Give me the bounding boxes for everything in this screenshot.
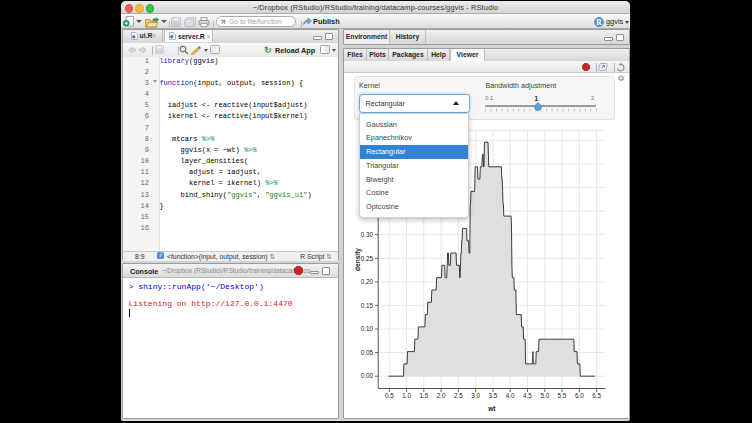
svg-text:1.0: 1.0	[402, 392, 411, 399]
svg-text:0.5: 0.5	[385, 392, 394, 399]
svg-text:0.05: 0.05	[361, 348, 374, 355]
svg-text:5.0: 5.0	[540, 392, 549, 399]
svg-text:0.20: 0.20	[361, 278, 374, 285]
svg-text:3.5: 3.5	[489, 392, 498, 399]
svg-text:4.0: 4.0	[506, 392, 515, 399]
svg-text:R: R	[596, 17, 602, 26]
svg-text:0.00: 0.00	[361, 372, 374, 379]
svg-text:2.5: 2.5	[454, 392, 463, 399]
svg-text:0.30: 0.30	[361, 230, 374, 237]
svg-text:3.0: 3.0	[471, 392, 480, 399]
svg-text:4.5: 4.5	[523, 392, 532, 399]
svg-text:6.5: 6.5	[592, 392, 601, 399]
svg-text:density: density	[354, 247, 362, 270]
svg-text:5.5: 5.5	[558, 392, 567, 399]
svg-text:wt: wt	[487, 404, 496, 411]
svg-text:0.10: 0.10	[361, 325, 374, 332]
svg-text:1.5: 1.5	[419, 392, 428, 399]
svg-text:6.0: 6.0	[575, 392, 584, 399]
svg-text:0.15: 0.15	[361, 301, 374, 308]
svg-text:0.25: 0.25	[361, 254, 374, 261]
svg-text:2.0: 2.0	[437, 392, 446, 399]
